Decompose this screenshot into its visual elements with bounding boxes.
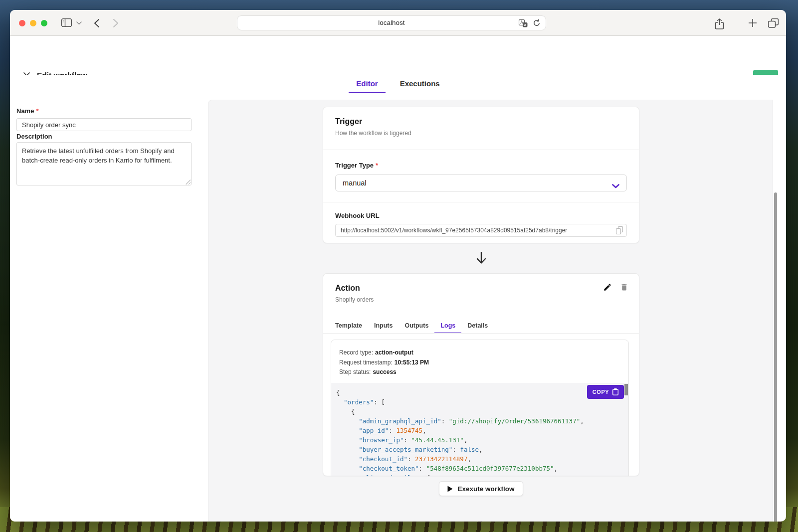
trigger-card: Trigger How the workflow is tiggered Tri… [323, 107, 639, 243]
action-card-header: Action Shopify orders [323, 274, 639, 303]
sidebar-menu-chevron-icon[interactable] [76, 21, 82, 25]
forward-button-icon[interactable] [113, 18, 119, 28]
trigger-card-header: Trigger How the workflow is tiggered [323, 107, 639, 150]
trigger-title: Trigger [335, 117, 627, 126]
action-card: Action Shopify orders TemplateInputsOutp… [323, 273, 639, 476]
new-tab-icon[interactable] [748, 18, 757, 27]
workflow-form-panel: Name* Description Retrieve the latest un… [10, 93, 208, 522]
execute-workflow-button[interactable]: Exexute workflow [439, 481, 523, 496]
svg-text:a: a [524, 22, 526, 27]
down-arrow-icon [476, 252, 487, 265]
play-icon [447, 486, 453, 492]
log-record-type: Record type:action-output [339, 348, 620, 358]
log-json-code: { "orders": [ { "admin_graphql_api_id": … [331, 383, 628, 476]
webhook-section: Webhook URL [323, 202, 639, 243]
chevron-down-icon [612, 181, 619, 190]
delete-action-icon[interactable] [620, 283, 628, 294]
edit-action-icon[interactable] [603, 283, 612, 294]
reload-icon[interactable] [533, 19, 541, 29]
name-input[interactable] [16, 118, 192, 131]
required-asterisk: * [376, 162, 378, 169]
log-record-card: Record type:action-output Request timest… [331, 340, 629, 476]
log-status: Step status:success [339, 367, 620, 377]
address-bar-url: localhost [237, 16, 546, 30]
action-tabs: TemplateInputsOutputsLogsDetails [323, 319, 639, 334]
action-tab-template[interactable]: Template [329, 319, 368, 333]
copy-json-button[interactable]: COPY [587, 385, 624, 399]
back-button-icon[interactable] [94, 18, 100, 28]
action-title: Action [335, 284, 627, 293]
browser-window: localhost Aa Edit workflow Save Editor E… [10, 10, 786, 522]
log-scrollbar[interactable] [624, 384, 628, 395]
tab-overview-icon[interactable] [768, 18, 779, 28]
minimize-window-button[interactable] [30, 20, 36, 26]
share-icon[interactable] [715, 18, 724, 29]
description-textarea[interactable]: Retrieve the latest unfulfilled orders f… [16, 142, 192, 185]
tab-executions[interactable]: Executions [393, 75, 447, 93]
sidebar-toggle-icon[interactable] [61, 18, 72, 27]
flow-connector [323, 243, 639, 273]
name-label: Name* [16, 107, 38, 115]
app-header: Edit workflow Save [10, 36, 786, 75]
action-tab-outputs[interactable]: Outputs [399, 319, 434, 333]
log-meta: Record type:action-output Request timest… [331, 340, 628, 377]
action-tab-inputs[interactable]: Inputs [368, 319, 399, 333]
canvas-scrollbar[interactable] [774, 192, 777, 522]
webhook-url-input[interactable] [335, 224, 627, 237]
description-label: Description [16, 133, 52, 140]
main-tab-bar: Editor Executions [10, 75, 786, 93]
browser-toolbar: localhost Aa [10, 10, 786, 36]
clipboard-icon [612, 388, 618, 395]
trigger-type-value: manual [343, 179, 367, 187]
close-window-button[interactable] [19, 20, 25, 26]
trigger-type-section: Trigger Type* manual [323, 150, 639, 202]
trigger-type-select[interactable]: manual [335, 175, 627, 191]
action-tab-logs[interactable]: Logs [434, 319, 461, 333]
translate-icon[interactable]: Aa [519, 19, 528, 29]
trigger-subtitle: How the workflow is tiggered [335, 130, 627, 137]
log-timestamp: Request timestamp:10:55:13 PM [339, 358, 620, 368]
webhook-url-label: Webhook URL [335, 212, 627, 219]
action-subtitle: Shopify orders [335, 296, 627, 303]
workflow-canvas: Trigger How the workflow is tiggered Tri… [208, 100, 773, 522]
required-asterisk: * [36, 107, 38, 115]
zoom-window-button[interactable] [41, 20, 47, 26]
tab-editor[interactable]: Editor [349, 75, 385, 93]
address-bar[interactable]: localhost Aa [237, 15, 546, 30]
trigger-type-label: Trigger Type* [335, 162, 627, 169]
action-tab-details[interactable]: Details [461, 319, 494, 333]
copy-icon[interactable] [616, 226, 623, 236]
